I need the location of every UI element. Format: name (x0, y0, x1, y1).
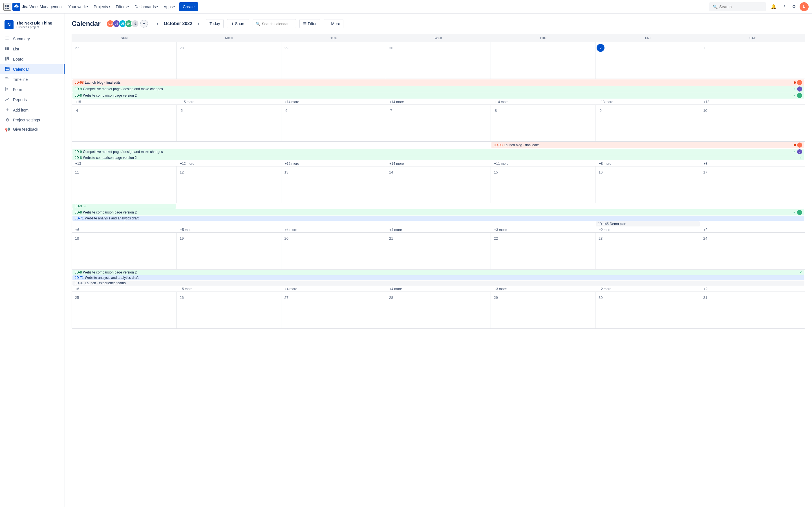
day-cell-30-oct[interactable]: 30 (596, 292, 700, 328)
next-month-button[interactable]: › (195, 20, 202, 27)
day-cell-29-oct[interactable]: 29 (491, 292, 596, 328)
more-count[interactable]: +14 more (282, 99, 386, 105)
more-count[interactable]: +15 more (176, 99, 281, 105)
nav-filters[interactable]: Filters ▾ (114, 2, 131, 11)
day-cell-8[interactable]: 8 (491, 105, 596, 142)
more-count[interactable]: +14 more (386, 161, 491, 166)
settings-button[interactable]: ⚙ (790, 2, 799, 11)
day-cell-14[interactable]: 14 (386, 166, 491, 203)
more-count[interactable]: +15 (72, 99, 176, 105)
avatar-count[interactable]: +3 (131, 20, 139, 27)
sidebar-item-summary[interactable]: Summary (0, 34, 64, 44)
day-cell-7[interactable]: 7 (386, 105, 491, 142)
day-cell-22[interactable]: 22 (491, 233, 596, 269)
more-count[interactable]: +2 (700, 227, 805, 232)
event-jd71-w4[interactable]: JD-71 Website analysis and analytics dra… (72, 275, 804, 280)
event-jd8-w4[interactable]: JD-8 Website comparison page version 2 ✓ (72, 270, 804, 275)
sidebar-item-timeline[interactable]: Timeline (0, 74, 64, 84)
day-cell-30[interactable]: 30 (386, 42, 491, 79)
event-jd8-w1[interactable]: JD-8 Website comparison page version 2 ✓… (72, 93, 804, 99)
event-jd9-w1[interactable]: JD-9 Competitive market page / design an… (72, 86, 804, 92)
more-count[interactable]: +4 more (282, 227, 386, 232)
day-cell-19[interactable]: 19 (176, 233, 281, 269)
day-cell-16[interactable]: 16 (596, 166, 700, 203)
day-cell-31[interactable]: 31 (700, 292, 805, 328)
day-cell-9[interactable]: 9 (596, 105, 700, 142)
notifications-button[interactable]: 🔔 (769, 2, 778, 11)
sidebar-item-list[interactable]: List (0, 44, 64, 54)
share-button[interactable]: ⬆ Share (227, 19, 249, 28)
day-cell-13[interactable]: 13 (282, 166, 386, 203)
day-cell-6[interactable]: 6 (282, 105, 386, 142)
day-cell-25[interactable]: 25 (72, 292, 176, 328)
sidebar-item-add-item[interactable]: + Add item (0, 105, 64, 115)
day-cell-2[interactable]: 2 (596, 42, 700, 79)
more-count[interactable]: +11 more (491, 161, 596, 166)
event-jd9-w3-short[interactable]: JD-9 ✓ (72, 204, 176, 209)
day-cell-17[interactable]: 17 (700, 166, 805, 203)
sidebar-item-form[interactable]: Form (0, 84, 64, 95)
calendar-search[interactable]: 🔍 (253, 19, 296, 28)
day-cell-10[interactable]: 10 (700, 105, 805, 142)
event-jd31-w4[interactable]: JD-31 Launch - experience teams (72, 281, 804, 286)
more-count[interactable]: +6 (72, 227, 176, 232)
more-count[interactable]: +4 more (386, 286, 491, 291)
day-cell-27-oct[interactable]: 27 (282, 292, 386, 328)
search-input[interactable] (719, 4, 759, 9)
event-jd9-w2[interactable]: JD-9 Competitive market page / design an… (72, 149, 804, 155)
day-cell-3[interactable]: 3 (700, 42, 805, 79)
logo-link[interactable]: Jira Work Management (12, 3, 63, 11)
more-count[interactable]: +12 more (282, 161, 386, 166)
more-count[interactable]: +13 (72, 161, 176, 166)
day-cell-23[interactable]: 23 (596, 233, 700, 269)
more-count[interactable]: +13 more (596, 99, 700, 105)
more-count[interactable]: +4 more (282, 286, 386, 291)
nav-your-work[interactable]: Your work ▾ (66, 2, 90, 11)
more-count[interactable]: +2 more (596, 286, 700, 291)
event-jd71-w3[interactable]: JD-71 Website analysis and analytics dra… (72, 216, 804, 221)
calendar-search-input[interactable] (262, 22, 293, 26)
day-cell-21[interactable]: 21 (386, 233, 491, 269)
more-count[interactable]: +6 (72, 286, 176, 291)
more-count[interactable]: +2 (700, 286, 805, 291)
create-button[interactable]: Create (179, 2, 198, 11)
event-jd8-w2[interactable]: JD-8 Website comparison page version 2 ✓ (72, 155, 804, 160)
event-jd8-w3[interactable]: JD-8 Website comparison page version 2 ✓… (72, 209, 804, 216)
more-count[interactable]: +2 more (596, 227, 700, 232)
today-button[interactable]: Today (206, 19, 223, 28)
day-cell-28[interactable]: 28 (176, 42, 281, 79)
filter-button[interactable]: ☰ Filter (299, 19, 320, 28)
event-jd98-w2[interactable]: JD-98 Launch blog - final edits U (492, 142, 804, 148)
day-cell-29[interactable]: 29 (282, 42, 386, 79)
user-avatar[interactable]: U (800, 2, 809, 11)
event-jd98-w1[interactable]: JD-98 Launch blog - final edits U (72, 79, 804, 86)
avatar-add-button[interactable]: + (140, 20, 148, 27)
sidebar-item-board[interactable]: Board (0, 54, 64, 64)
more-count[interactable]: +14 more (491, 99, 596, 105)
more-count[interactable]: +12 more (176, 161, 281, 166)
nav-apps[interactable]: Apps ▾ (161, 2, 177, 11)
more-button[interactable]: ··· More (324, 19, 343, 28)
grid-menu-button[interactable] (3, 3, 11, 11)
more-count[interactable]: +8 (700, 161, 805, 166)
prev-month-button[interactable]: ‹ (154, 20, 161, 27)
help-button[interactable]: ? (779, 2, 788, 11)
event-jd145[interactable]: JD-145 Demo plan (596, 221, 700, 226)
day-cell-4[interactable]: 4 (72, 105, 176, 142)
day-cell-11[interactable]: 11 (72, 166, 176, 203)
day-cell-18[interactable]: 18 (72, 233, 176, 269)
more-count[interactable]: +3 more (491, 286, 596, 291)
day-cell-26[interactable]: 26 (176, 292, 281, 328)
more-count[interactable]: +5 more (176, 286, 281, 291)
day-cell-28-oct[interactable]: 28 (386, 292, 491, 328)
more-count[interactable]: +4 more (386, 227, 491, 232)
more-count[interactable]: +5 more (176, 227, 281, 232)
day-cell-12[interactable]: 12 (176, 166, 281, 203)
nav-dashboards[interactable]: Dashboards ▾ (132, 2, 160, 11)
more-count[interactable]: +3 more (491, 227, 596, 232)
day-cell-5[interactable]: 5 (176, 105, 281, 142)
more-count[interactable]: +13 (700, 99, 805, 105)
day-cell-20[interactable]: 20 (282, 233, 386, 269)
day-cell-15[interactable]: 15 (491, 166, 596, 203)
day-cell-24[interactable]: 24 (700, 233, 805, 269)
